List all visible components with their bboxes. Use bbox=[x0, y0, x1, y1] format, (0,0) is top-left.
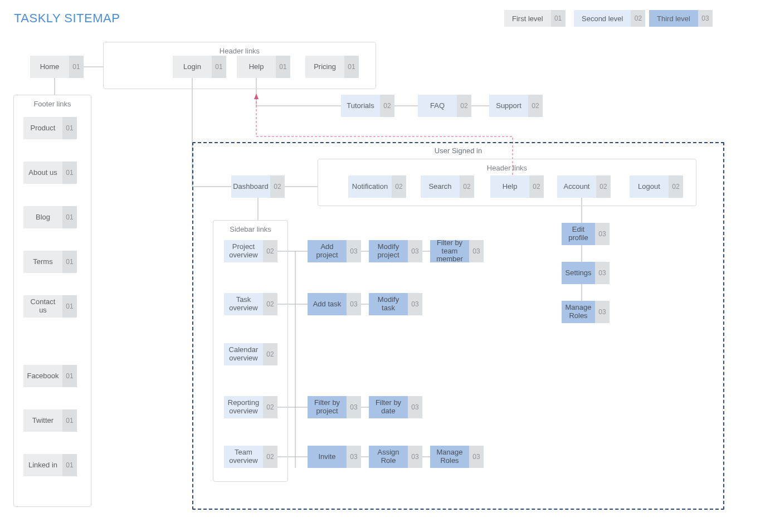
node-filter-by-project: Filter by project 03 bbox=[308, 396, 361, 418]
node-label: Blog bbox=[23, 206, 62, 228]
node-dashboard: Dashboard 02 bbox=[231, 175, 285, 198]
page-title: TASKLY SITEMAP bbox=[14, 11, 120, 26]
node-label: Filter by date bbox=[369, 396, 408, 418]
node-num: 02 bbox=[460, 175, 474, 198]
node-edit-profile: Edit profile 03 bbox=[562, 223, 610, 245]
node-pricing: Pricing 01 bbox=[305, 56, 359, 78]
node-num: 03 bbox=[469, 446, 484, 468]
legend-first-level: First level 01 bbox=[504, 10, 566, 27]
node-search: Search 02 bbox=[421, 175, 474, 198]
node-label: Filter by team member bbox=[430, 240, 469, 262]
node-faq: FAQ 02 bbox=[418, 95, 471, 117]
legend-third-level: Third level 03 bbox=[649, 10, 713, 27]
node-num: 02 bbox=[380, 95, 394, 117]
node-num: 01 bbox=[344, 56, 359, 78]
node-add-project: Add project 03 bbox=[308, 240, 361, 262]
node-label: Filter by project bbox=[308, 396, 347, 418]
node-label: FAQ bbox=[418, 95, 457, 117]
node-num: 01 bbox=[62, 365, 77, 387]
node-account: Account 02 bbox=[557, 175, 611, 198]
group-label: Header links bbox=[104, 47, 376, 55]
node-num: 03 bbox=[347, 240, 361, 262]
node-num: 03 bbox=[595, 301, 610, 323]
node-num: 01 bbox=[212, 56, 226, 78]
node-num: 02 bbox=[263, 293, 277, 315]
node-num: 03 bbox=[469, 240, 484, 262]
group-label: Sidebar links bbox=[213, 225, 287, 233]
node-add-task: Add task 03 bbox=[308, 293, 361, 315]
node-num: 02 bbox=[263, 446, 277, 468]
node-num: 02 bbox=[270, 175, 285, 198]
node-label: Terms bbox=[23, 251, 62, 273]
node-num: 01 bbox=[62, 409, 77, 432]
svg-marker-20 bbox=[254, 94, 259, 99]
node-num: 02 bbox=[392, 175, 406, 198]
node-num: 03 bbox=[408, 293, 422, 315]
node-modify-project: Modify project 03 bbox=[369, 240, 422, 262]
sitemap-stage: TASKLY SITEMAP First level 01 Second lev… bbox=[0, 0, 780, 532]
node-calendar-overview: Calendar overview 02 bbox=[224, 343, 277, 365]
node-label: Edit profile bbox=[562, 223, 595, 245]
node-manage-roles-team: Manage Roles 03 bbox=[430, 446, 484, 468]
node-label: About us bbox=[23, 162, 62, 184]
node-team-overview: Team overview 02 bbox=[224, 446, 277, 468]
node-num: 03 bbox=[347, 396, 361, 418]
node-label: Pricing bbox=[305, 56, 344, 78]
node-num: 02 bbox=[263, 240, 277, 262]
node-project-overview: Project overview 02 bbox=[224, 240, 277, 262]
group-label: User Signed in bbox=[193, 147, 723, 155]
node-num: 02 bbox=[457, 95, 471, 117]
node-tutorials: Tutorials 02 bbox=[341, 95, 394, 117]
node-num: 02 bbox=[529, 175, 544, 198]
node-label: Dashboard bbox=[231, 175, 270, 198]
legend-num: 01 bbox=[551, 10, 566, 27]
node-terms: Terms 01 bbox=[23, 251, 77, 273]
legend-num: 02 bbox=[631, 10, 645, 27]
node-label: Linked in bbox=[23, 454, 62, 476]
node-product: Product 01 bbox=[23, 117, 77, 139]
node-settings: Settings 03 bbox=[562, 262, 610, 284]
node-label: Tutorials bbox=[341, 95, 380, 117]
legend-label: Third level bbox=[649, 10, 698, 27]
node-num: 03 bbox=[347, 293, 361, 315]
node-home: Home 01 bbox=[30, 56, 84, 78]
node-label: Reporting overview bbox=[224, 396, 263, 418]
node-label: Twitter bbox=[23, 409, 62, 432]
node-manage-roles-account: Manage Roles 03 bbox=[562, 301, 610, 323]
legend-label: Second level bbox=[574, 10, 631, 27]
node-num: 02 bbox=[263, 396, 277, 418]
node-label: Help bbox=[490, 175, 529, 198]
node-label: Modify task bbox=[369, 293, 408, 315]
node-num: 01 bbox=[69, 56, 84, 78]
node-label: Facebook bbox=[23, 365, 62, 387]
node-help-top: Help 01 bbox=[237, 56, 290, 78]
node-num: 03 bbox=[408, 240, 422, 262]
node-label: Support bbox=[489, 95, 528, 117]
node-num: 01 bbox=[62, 162, 77, 184]
node-modify-task: Modify task 03 bbox=[369, 293, 422, 315]
node-label: Team overview bbox=[224, 446, 263, 468]
node-num: 03 bbox=[408, 396, 422, 418]
node-num: 02 bbox=[263, 343, 277, 365]
node-label: Modify project bbox=[369, 240, 408, 262]
node-num: 01 bbox=[62, 206, 77, 228]
node-twitter: Twitter 01 bbox=[23, 409, 77, 432]
node-about: About us 01 bbox=[23, 162, 77, 184]
node-label: Add task bbox=[308, 293, 347, 315]
node-assign-role: Assign Role 03 bbox=[369, 446, 422, 468]
node-label: Product bbox=[23, 117, 62, 139]
node-help-signed: Help 02 bbox=[490, 175, 544, 198]
node-num: 01 bbox=[62, 251, 77, 273]
node-notification: Notification 02 bbox=[348, 175, 406, 198]
node-label: Contact us bbox=[23, 295, 62, 318]
node-num: 02 bbox=[669, 175, 683, 198]
node-num: 01 bbox=[62, 295, 77, 318]
node-label: Account bbox=[557, 175, 596, 198]
node-logout: Logout 02 bbox=[630, 175, 683, 198]
node-label: Project overview bbox=[224, 240, 263, 262]
node-label: Login bbox=[173, 56, 212, 78]
node-label: Manage Roles bbox=[430, 446, 469, 468]
node-filter-team-member: Filter by team member 03 bbox=[430, 240, 484, 262]
legend-label: First level bbox=[504, 10, 551, 27]
node-label: Invite bbox=[308, 446, 347, 468]
